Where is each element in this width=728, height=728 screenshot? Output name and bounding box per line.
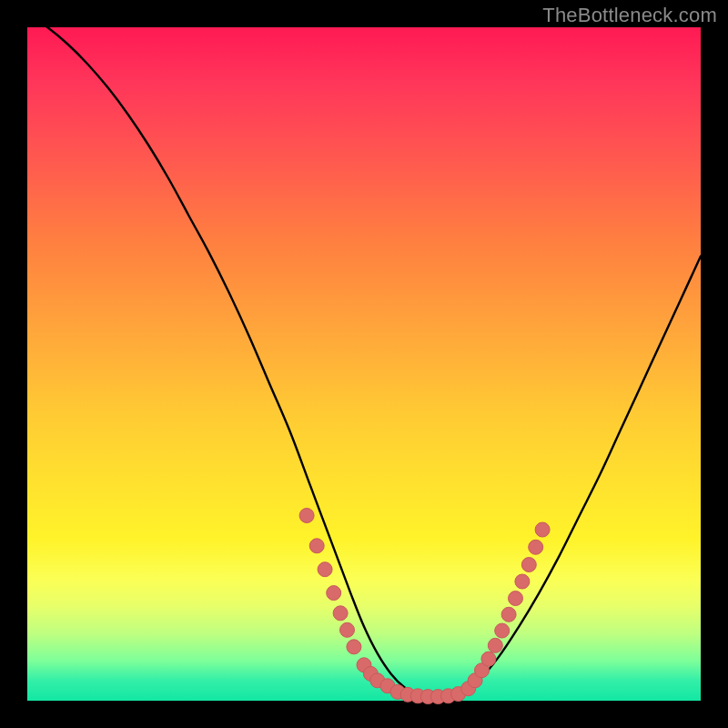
- data-marker: [347, 640, 361, 654]
- chart-svg: [27, 27, 701, 701]
- data-marker: [481, 652, 496, 666]
- data-marker: [488, 638, 502, 652]
- data-marker: [495, 623, 510, 638]
- data-marker: [535, 522, 550, 537]
- data-marker: [521, 558, 536, 572]
- data-marker: [309, 539, 324, 553]
- data-marker: [327, 586, 341, 601]
- watermark-text: TheBottleneck.com: [542, 4, 717, 27]
- chart-stage: TheBottleneck.com: [0, 0, 728, 728]
- data-marker: [318, 562, 332, 577]
- data-marker: [509, 592, 523, 606]
- data-marker: [529, 540, 543, 554]
- data-marker: [501, 607, 516, 622]
- data-marker: [333, 606, 348, 621]
- data-marker: [340, 622, 355, 637]
- plot-area: [27, 27, 701, 701]
- marker-layer: [299, 509, 550, 704]
- bottleneck-curve: [27, 14, 701, 698]
- data-marker: [515, 574, 530, 589]
- data-marker: [299, 509, 314, 523]
- curve-layer: [27, 14, 701, 698]
